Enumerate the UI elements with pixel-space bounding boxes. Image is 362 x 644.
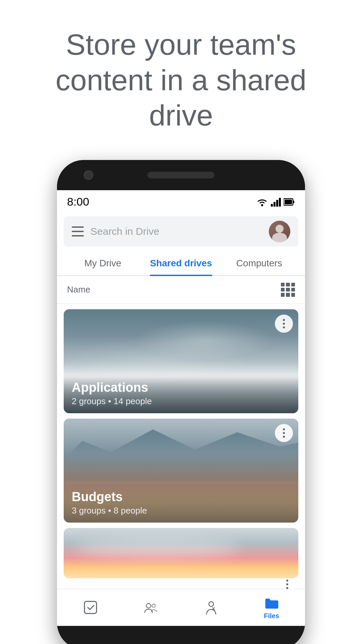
card-more-area bbox=[57, 577, 305, 589]
hamburger-icon[interactable] bbox=[72, 226, 84, 236]
card-subtitle-applications: 2 groups • 14 people bbox=[72, 396, 290, 407]
people-icon bbox=[143, 600, 158, 615]
svg-point-0 bbox=[261, 204, 263, 206]
svg-rect-1 bbox=[271, 204, 273, 207]
search-input-placeholder[interactable]: Search in Drive bbox=[90, 226, 262, 237]
list-header: Name bbox=[57, 276, 305, 304]
nav-item-shared[interactable] bbox=[121, 600, 181, 615]
bottom-nav: Files bbox=[57, 589, 305, 626]
hero-title: Store your team's content in a shared dr… bbox=[20, 27, 342, 133]
svg-point-10 bbox=[152, 604, 155, 607]
svg-rect-4 bbox=[279, 198, 281, 207]
tab-shared-drives[interactable]: Shared drives bbox=[142, 250, 220, 275]
card-overlay-budgets: Budgets 3 groups • 8 people bbox=[64, 483, 298, 523]
signal-icon bbox=[271, 197, 281, 207]
svg-rect-7 bbox=[285, 200, 292, 204]
phone-screen: 8:00 bbox=[57, 190, 305, 626]
card-title-budgets: Budgets bbox=[72, 490, 290, 504]
nav-item-priority[interactable] bbox=[60, 600, 121, 615]
avatar-image bbox=[269, 221, 290, 242]
card-subtitle-budgets: 3 groups • 8 people bbox=[72, 505, 290, 516]
card-background-sky bbox=[64, 528, 298, 578]
card-more-button-applications[interactable] bbox=[275, 315, 293, 333]
three-dots-icon bbox=[283, 428, 285, 438]
card-more-button-budgets[interactable] bbox=[275, 424, 293, 442]
person-activity-icon bbox=[204, 600, 219, 615]
status-icons bbox=[256, 197, 295, 207]
wifi-icon bbox=[256, 197, 268, 207]
view-toggle-icon[interactable] bbox=[281, 283, 295, 297]
nav-item-activity[interactable] bbox=[181, 600, 241, 615]
phone-wrapper: 8:00 bbox=[0, 160, 362, 644]
drive-cards-list: Applications 2 groups • 14 people Budget… bbox=[57, 304, 305, 584]
search-bar[interactable]: Search in Drive bbox=[64, 216, 298, 247]
activity-nav-icon bbox=[204, 600, 219, 615]
svg-rect-8 bbox=[84, 601, 97, 613]
shared-nav-icon bbox=[143, 600, 158, 615]
phone-bottom-bar bbox=[57, 626, 305, 644]
phone-top-bar bbox=[57, 160, 305, 190]
svg-point-11 bbox=[209, 602, 214, 606]
status-time: 8:00 bbox=[67, 195, 89, 208]
card-overlay-applications: Applications 2 groups • 14 people bbox=[64, 374, 298, 413]
three-dots-bottom-icon bbox=[286, 580, 288, 589]
svg-rect-6 bbox=[293, 201, 294, 203]
three-dots-icon bbox=[283, 319, 285, 328]
nav-item-files[interactable]: Files bbox=[241, 595, 302, 620]
avatar[interactable] bbox=[269, 221, 290, 242]
priority-nav-icon bbox=[83, 600, 98, 615]
status-bar: 8:00 bbox=[57, 190, 305, 214]
svg-rect-3 bbox=[276, 200, 278, 207]
checklist-icon bbox=[83, 600, 98, 615]
drive-card-applications[interactable]: Applications 2 groups • 14 people bbox=[64, 309, 298, 413]
phone-speaker bbox=[147, 172, 215, 178]
files-nav-icon bbox=[264, 595, 279, 610]
phone-frame: 8:00 bbox=[57, 160, 305, 644]
card-title-applications: Applications bbox=[72, 380, 290, 395]
tab-bar: My Drive Shared drives Computers bbox=[57, 250, 305, 276]
tab-my-drive[interactable]: My Drive bbox=[64, 250, 142, 275]
drive-card-third[interactable] bbox=[64, 528, 298, 578]
hero-section: Store your team's content in a shared dr… bbox=[0, 0, 362, 153]
battery-icon bbox=[284, 198, 295, 206]
folder-icon bbox=[264, 595, 279, 610]
tab-computers[interactable]: Computers bbox=[220, 250, 298, 275]
drive-card-budgets[interactable]: Budgets 3 groups • 8 people bbox=[64, 419, 298, 523]
svg-point-9 bbox=[146, 603, 151, 608]
files-nav-label: Files bbox=[264, 612, 279, 620]
list-sort-name[interactable]: Name bbox=[67, 284, 90, 295]
phone-camera bbox=[84, 170, 93, 180]
svg-rect-2 bbox=[274, 202, 276, 207]
